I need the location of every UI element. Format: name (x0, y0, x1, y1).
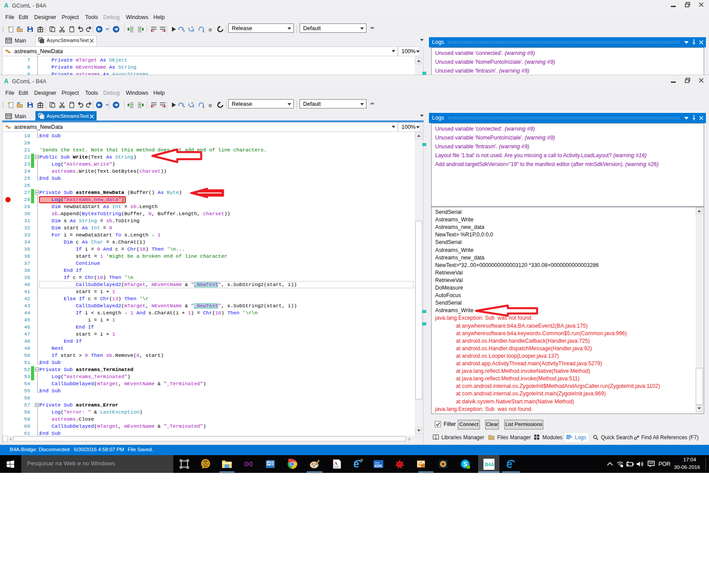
svg-text:A: A (334, 460, 338, 466)
svg-text:XDK: XDK (374, 464, 383, 468)
svg-text:S: S (463, 460, 467, 468)
